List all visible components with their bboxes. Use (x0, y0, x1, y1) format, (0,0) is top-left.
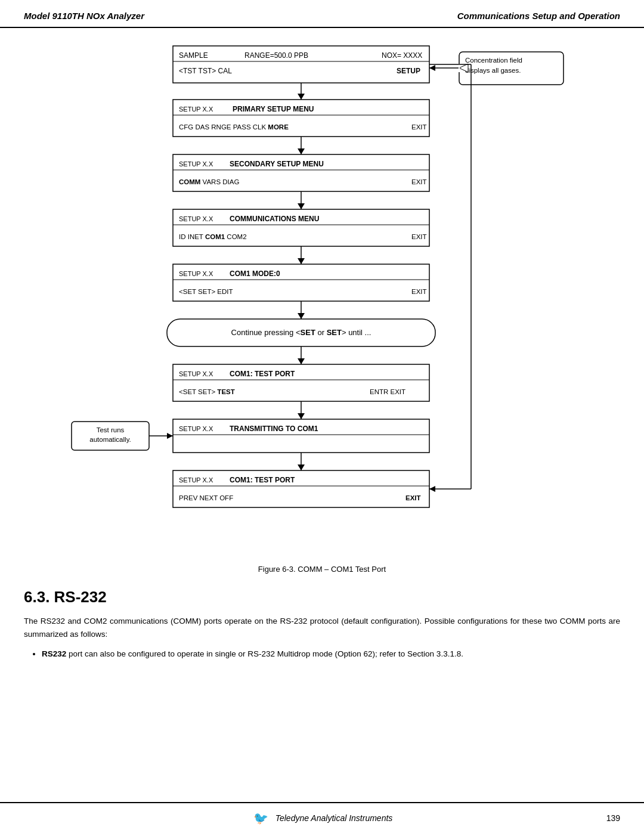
svg-marker-31 (298, 203, 305, 209)
svg-marker-59 (298, 413, 305, 419)
svg-text:PREV  NEXT  OFF: PREV NEXT OFF (179, 494, 233, 501)
svg-text:EXIT: EXIT (411, 123, 427, 131)
svg-text:<SET  SET>  TEST: <SET SET> TEST (179, 388, 235, 395)
svg-text:ENTR   EXIT: ENTR EXIT (370, 388, 405, 395)
svg-text:COMM  VARS  DIAG: COMM VARS DIAG (179, 178, 239, 185)
svg-text:ID  INET  COM1  COM2: ID INET COM1 COM2 (179, 233, 247, 240)
svg-marker-23 (298, 148, 305, 154)
main-content: SAMPLE RANGE=500.0 PPB NOX= XXXX <TST TS… (0, 28, 644, 680)
bullet-bold-1: RS232 (42, 649, 66, 658)
svg-text:TRANSMITTING TO COM1: TRANSMITTING TO COM1 (230, 425, 318, 433)
svg-text:EXIT: EXIT (411, 288, 427, 295)
svg-text:PRIMARY SETUP MENU: PRIMARY SETUP MENU (233, 105, 314, 113)
svg-text:EXIT: EXIT (405, 494, 421, 501)
svg-marker-15 (298, 94, 305, 100)
svg-text:🐦: 🐦 (253, 811, 268, 825)
svg-text:SETUP X.X: SETUP X.X (179, 370, 213, 377)
svg-text:NOX= XXXX: NOX= XXXX (382, 51, 422, 60)
svg-text:Continue pressing <SET or SET>: Continue pressing <SET or SET> until ... (231, 328, 371, 337)
svg-text:SAMPLE: SAMPLE (179, 51, 208, 60)
bullet-item-1: RS232 port can also be configured to ope… (42, 648, 620, 661)
svg-text:SETUP: SETUP (397, 67, 420, 75)
svg-text:SECONDARY SETUP MENU: SECONDARY SETUP MENU (230, 160, 324, 168)
figure-caption: Figure 6-3. COMM – COM1 Test Port (24, 565, 620, 574)
svg-text:<SET  SET>  EDIT: <SET SET> EDIT (179, 288, 233, 295)
svg-text:SETUP X.X: SETUP X.X (179, 160, 213, 168)
svg-text:<TST   TST>   CAL: <TST TST> CAL (179, 67, 232, 75)
svg-text:COMMUNICATIONS MENU: COMMUNICATIONS MENU (230, 215, 319, 223)
svg-text:COM1: TEST PORT: COM1: TEST PORT (230, 476, 295, 484)
section-body: The RS232 and COM2 communications (COMM)… (24, 615, 620, 640)
footer-brand: Teledyne Analytical Instruments (275, 813, 393, 823)
svg-marker-80 (429, 486, 435, 492)
page-header: Model 9110TH NOx Analyzer Communications… (0, 0, 644, 28)
footer-page: 139 (606, 813, 620, 823)
svg-text:CFG  DAS  RNGE  PASS  CLK  MOR: CFG DAS RNGE PASS CLK MORE (179, 123, 289, 131)
page-footer: 🐦 Teledyne Analytical Instruments 139 (0, 802, 644, 833)
bullet-text-1: port can also be configured to operate i… (66, 649, 463, 658)
svg-text:Concentration field: Concentration field (465, 57, 522, 64)
svg-text:automatically.: automatically. (89, 436, 131, 443)
flowchart-svg: SAMPLE RANGE=500.0 PPB NOX= XXXX <TST TS… (54, 40, 590, 559)
svg-text:COM1 MODE:0: COM1 MODE:0 (230, 270, 280, 278)
bullet-list: RS232 port can also be configured to ope… (42, 648, 620, 661)
svg-marker-39 (298, 258, 305, 264)
svg-marker-64 (167, 433, 173, 439)
svg-text:COM1: TEST PORT: COM1: TEST PORT (230, 370, 295, 378)
svg-text:SETUP X.X: SETUP X.X (179, 215, 213, 222)
svg-text:SETUP X.X: SETUP X.X (179, 106, 213, 113)
svg-text:RANGE=500.0 PPB: RANGE=500.0 PPB (244, 51, 308, 60)
svg-text:EXIT: EXIT (411, 233, 427, 240)
svg-text:EXIT: EXIT (411, 178, 427, 185)
svg-text:displays all gases.: displays all gases. (465, 67, 521, 74)
header-right: Communications Setup and Operation (457, 11, 620, 21)
footer-logo: 🐦 (252, 809, 270, 827)
header-left: Model 9110TH NOx Analyzer (24, 11, 144, 21)
svg-text:SETUP X.X: SETUP X.X (179, 425, 213, 432)
section-title: 6.3. RS-232 (24, 588, 620, 606)
svg-marker-51 (298, 358, 305, 364)
svg-marker-11 (429, 65, 435, 71)
svg-marker-47 (298, 313, 305, 319)
svg-text:Test runs: Test runs (97, 426, 125, 433)
diagram-area: SAMPLE RANGE=500.0 PPB NOX= XXXX <TST TS… (24, 40, 620, 559)
svg-text:SETUP X.X: SETUP X.X (179, 476, 213, 484)
svg-text:SETUP X.X: SETUP X.X (179, 270, 213, 277)
svg-marker-70 (298, 465, 305, 470)
